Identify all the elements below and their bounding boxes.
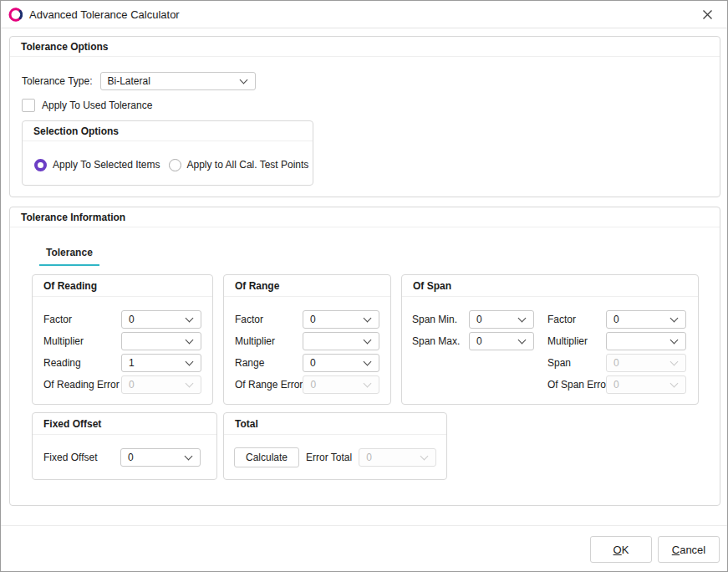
span-min-dropdown[interactable]: 0 — [469, 310, 534, 329]
of-range-error-value: 0 — [310, 379, 316, 391]
fixed-offset-label: Fixed Offset — [43, 452, 97, 463]
cancel-button[interactable]: Cancel — [658, 536, 720, 563]
tab-tolerance[interactable]: Tolerance — [39, 243, 99, 266]
tolerance-type-dropdown[interactable]: Bi-Lateral — [100, 72, 256, 90]
error-total-value: 0 — [366, 452, 372, 463]
of-range-factor-value: 0 — [310, 314, 316, 325]
of-span-span-row: Span 0 — [547, 354, 686, 372]
of-reading-error-row: Of Reading Error 0 — [43, 375, 201, 394]
of-reading-error-label: Of Reading Error — [43, 379, 120, 391]
of-range-range-value: 0 — [310, 357, 316, 369]
of-reading-reading-dropdown[interactable]: 1 — [121, 354, 201, 372]
tolerance-type-row: Tolerance Type: Bi-Lateral — [22, 72, 256, 90]
of-span-error-value: 0 — [613, 379, 619, 391]
chevron-down-icon — [186, 454, 193, 462]
total-row: Calculate Error Total 0 — [234, 447, 436, 468]
chevron-down-icon — [186, 360, 194, 367]
chevron-down-icon — [671, 316, 679, 324]
footer-separator — [1, 525, 727, 526]
of-reading-group: Of Reading Factor 0 Multiplier Reading — [32, 274, 213, 405]
of-range-range-dropdown[interactable]: 0 — [303, 354, 379, 372]
of-range-factor-dropdown[interactable]: 0 — [303, 310, 379, 329]
multiplier-label: Multiplier — [547, 335, 606, 347]
of-range-multiplier-dropdown[interactable] — [303, 332, 379, 350]
chevron-down-icon — [241, 78, 248, 85]
span-max-dropdown[interactable]: 0 — [469, 332, 534, 350]
chevron-down-icon — [186, 381, 194, 389]
of-range-factor-row: Factor 0 — [235, 310, 379, 329]
cancel-button-label-rest: ancel — [680, 544, 705, 556]
factor-label: Factor — [547, 314, 606, 325]
chevron-down-icon — [186, 316, 194, 324]
of-reading-error-dropdown: 0 — [121, 375, 201, 394]
of-reading-title: Of Reading — [43, 280, 97, 292]
of-range-multiplier-row: Multiplier — [235, 332, 379, 350]
span-label: Span — [547, 357, 606, 369]
of-range-title: Of Range — [235, 280, 279, 292]
factor-label: Factor — [235, 314, 263, 325]
selection-options-title: Selection Options — [33, 125, 119, 137]
radio-apply-to-selected-items-label: Apply To Selected Items — [53, 159, 160, 171]
tab-tolerance-label: Tolerance — [46, 247, 93, 258]
of-span-factor-row: Factor 0 — [547, 310, 686, 329]
radio-apply-to-selected-items[interactable] — [34, 159, 47, 171]
cancel-button-accesskey: C — [672, 544, 680, 556]
of-span-factor-value: 0 — [613, 314, 619, 325]
chevron-down-icon — [671, 381, 679, 389]
radio-apply-to-all-cal-test-points-label: Apply to All Cal. Test Points — [187, 159, 309, 171]
tolerance-information-title: Tolerance Information — [21, 212, 125, 223]
of-reading-factor-dropdown[interactable]: 0 — [121, 310, 201, 329]
fixed-offset-group: Fixed Offset Fixed Offset 0 — [32, 412, 217, 480]
fixed-offset-dropdown[interactable]: 0 — [120, 448, 201, 467]
multiplier-label: Multiplier — [43, 335, 84, 347]
apply-to-used-tolerance-checkbox[interactable] — [22, 99, 35, 112]
of-range-error-label: Of Range Error — [235, 379, 303, 391]
calculate-button[interactable]: Calculate — [234, 447, 299, 467]
of-span-error-row: Of Span Error 0 — [547, 375, 686, 394]
calculate-button-label: Calculate — [246, 452, 288, 463]
of-reading-reading-value: 1 — [129, 357, 135, 369]
of-range-range-row: Range 0 — [235, 354, 379, 372]
radio-apply-to-all-cal-test-points[interactable] — [169, 159, 181, 171]
selection-options-radios-row: Apply To Selected Items Apply to All Cal… — [34, 156, 308, 173]
tolerance-type-label: Tolerance Type: — [22, 75, 93, 87]
of-range-header: Of Range — [224, 275, 390, 297]
chevron-down-icon — [364, 338, 372, 345]
of-span-multiplier-dropdown[interactable] — [606, 332, 686, 350]
chevron-down-icon — [186, 338, 194, 345]
of-range-group: Of Range Factor 0 Multiplier Range 0 — [223, 274, 391, 405]
selection-options-group: Selection Options Apply To Selected Item… — [22, 120, 313, 186]
span-min-row: Span Min. 0 — [412, 310, 534, 329]
chevron-down-icon — [364, 316, 372, 324]
tolerance-type-value: Bi-Lateral — [108, 75, 150, 87]
error-total-dropdown: 0 — [359, 448, 436, 467]
ok-button[interactable]: OK — [590, 536, 652, 563]
of-reading-multiplier-dropdown[interactable] — [121, 332, 201, 350]
chevron-down-icon — [671, 360, 679, 367]
chevron-down-icon — [519, 316, 527, 324]
tolerance-options-header: Tolerance Options — [10, 37, 720, 57]
close-icon[interactable] — [700, 7, 715, 23]
error-total-label: Error Total — [306, 452, 352, 463]
fixed-offset-header: Fixed Offset — [33, 413, 216, 435]
apply-to-used-tolerance-row: Apply To Used Tolerance — [22, 98, 152, 113]
chevron-down-icon — [671, 338, 679, 345]
total-header: Total — [224, 413, 446, 435]
ok-button-label-rest: K — [622, 544, 629, 556]
of-reading-multiplier-row: Multiplier — [43, 332, 201, 350]
selection-options-header: Selection Options — [23, 121, 313, 141]
of-reading-factor-value: 0 — [129, 314, 135, 325]
span-max-row: Span Max. 0 — [412, 332, 534, 350]
fixed-offset-title: Fixed Offset — [43, 418, 101, 430]
chevron-down-icon — [364, 360, 372, 367]
multiplier-label: Multiplier — [235, 335, 275, 347]
tolerance-options-title: Tolerance Options — [21, 41, 108, 53]
window-title: Advanced Tolerance Calculator — [29, 8, 180, 21]
span-min-label: Span Min. — [412, 314, 469, 325]
of-reading-header: Of Reading — [33, 275, 212, 297]
of-span-factor-dropdown[interactable]: 0 — [606, 310, 686, 329]
of-span-title: Of Span — [413, 280, 451, 292]
of-range-error-row: Of Range Error 0 — [235, 375, 379, 394]
ok-button-accesskey: O — [613, 544, 622, 556]
span-max-value: 0 — [476, 335, 482, 347]
